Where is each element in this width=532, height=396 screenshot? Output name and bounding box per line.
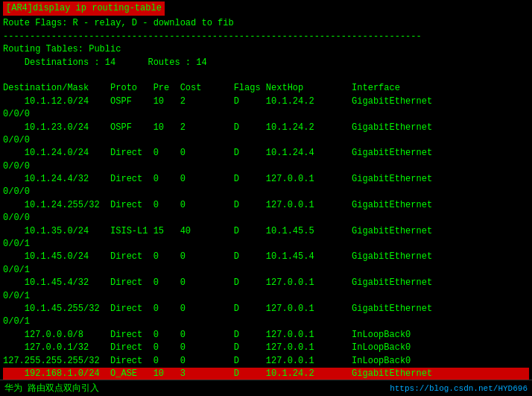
table-row: 10.1.23.0/24 OSPF 10 2 D 10.1.24.2 Gigab… [3,122,529,134]
routing-tables-label: Routing Tables: Public [3,43,529,56]
table-row: 10.1.35.0/24 ISIS-L1 15 40 D 10.1.45.5 G… [3,225,529,238]
table-row-suffix: 0/0/0 [3,160,529,173]
table-row-suffix: 0/0/0 [3,108,529,121]
table-row: 10.1.45.4/32 Direct 0 0 D 127.0.0.1 Giga… [3,277,529,289]
table-row-suffix: 0/0/1 [3,264,529,277]
title-bar: [AR4]display ip routing-table [3,1,165,16]
table-row-suffix: 0/0/0 [3,212,529,224]
table-row-suffix: 0/0/1 [3,315,529,328]
table-row: 10.1.45.0/24 Direct 0 0 D 10.1.45.4 Giga… [3,251,529,263]
spacer [3,69,529,82]
table-row: 10.1.12.0/24 OSPF 10 2 D 10.1.24.2 Gigab… [3,95,529,108]
bottom-text: 华为 路由双点双向引入 [4,382,99,395]
terminal-window: [AR4]display ip routing-table Route Flag… [0,0,532,395]
table-row: 127.0.0.0/8 Direct 0 0 D 127.0.0.1 InLoo… [3,329,529,342]
destinations-routes: Destinations : 14 Routes : 14 [3,57,529,69]
bottom-right-link: https://blog.csdn.net/HYD696 [390,384,528,393]
table-row: 10.1.45.255/32 Direct 0 0 D 127.0.0.1 Gi… [3,303,529,315]
table-body: 10.1.12.0/24 OSPF 10 2 D 10.1.24.2 Gigab… [3,95,529,381]
table-row-suffix: 0/0/0 [3,186,529,198]
table-row: 127.0.0.1/32 Direct 0 0 D 127.0.0.1 InLo… [3,342,529,354]
table-header: Destination/Mask Proto Pre Cost Flags Ne… [3,82,529,95]
flags-line: Route Flags: R - relay, D - download to … [3,17,529,30]
destinations-label: Destinations : 14 [25,57,115,68]
bottom-bar: 华为 路由双点双向引入 https://blog.csdn.net/HYD696 [0,380,532,396]
table-row: 192.168.1.0/24 O_ASE 10 3 D 10.1.24.2 Gi… [3,368,529,380]
separator: ----------------------------------------… [3,31,529,43]
table-row-suffix: 0/0/1 [3,290,529,303]
table-row: 10.1.24.255/32 Direct 0 0 D 127.0.0.1 Gi… [3,199,529,212]
table-row: 10.1.24.0/24 Direct 0 0 D 10.1.24.4 Giga… [3,147,529,160]
table-row: 10.1.24.4/32 Direct 0 0 D 127.0.0.1 Giga… [3,173,529,186]
routes-label: Routes : 14 [148,57,206,68]
table-row: 127.255.255.255/32 Direct 0 0 D 127.0.0.… [3,355,529,368]
table-row-suffix: 0/0/1 [3,238,529,251]
table-row-suffix: 0/0/0 [3,134,529,147]
